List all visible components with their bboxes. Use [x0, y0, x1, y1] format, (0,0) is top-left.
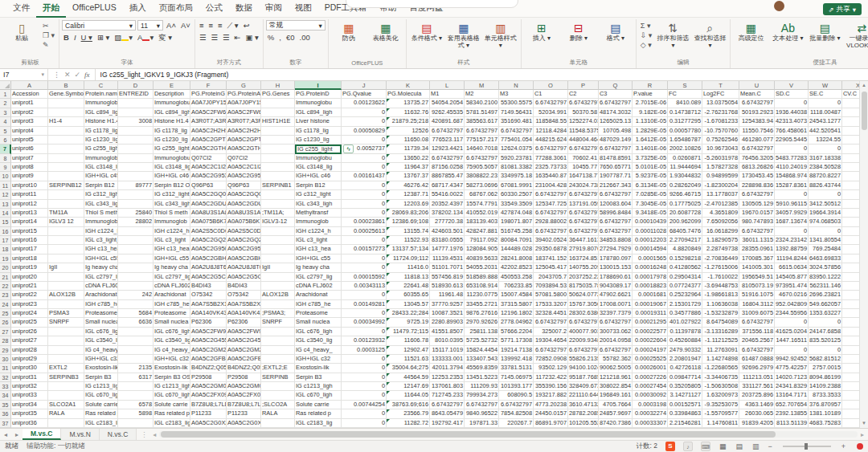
format-painter-button[interactable]: ✎ [41, 41, 56, 50]
ribbon-button[interactable]: ▤条件格式 ▾ [409, 20, 444, 42]
cell[interactable]: 8867855.47 [430, 172, 465, 181]
cell[interactable]: 6.67432797 [599, 227, 633, 236]
cell[interactable] [118, 346, 154, 355]
cell[interactable]: -1.27615006 [702, 263, 739, 272]
cell[interactable]: 68767.062 [465, 190, 499, 199]
search-input[interactable] [346, 0, 518, 8]
cell[interactable]: uniprot11 [11, 190, 48, 199]
cell[interactable]: 2.27094217 [668, 236, 702, 245]
cell[interactable]: 378202.134 [430, 209, 465, 218]
cell[interactable]: 39402.0524 [534, 236, 568, 245]
cell[interactable]: 19214.7138 [499, 346, 534, 355]
cell[interactable]: 6.67432797 [499, 127, 534, 136]
cell[interactable]: 562311.146 [809, 282, 842, 291]
cell[interactable]: uniprot5 [11, 136, 48, 145]
cell[interactable]: IG c255_light [154, 145, 190, 153]
cell[interactable]: 15824.4454 [465, 346, 499, 355]
cell[interactable]: Thiol S meth [154, 209, 190, 218]
cell[interactable]: uniprot13 [11, 209, 48, 218]
cell[interactable]: 5.04 [842, 364, 859, 373]
cell[interactable]: A0A5C2FW68 [227, 108, 261, 117]
cell[interactable]: 1118.00487 [809, 108, 842, 117]
cell[interactable]: 1956549.51 [739, 273, 775, 282]
cell[interactable]: 0 [809, 346, 842, 355]
row-header-1[interactable]: 1 [0, 90, 11, 99]
cell[interactable]: 9.3418E-05 [633, 209, 668, 218]
cell[interactable]: B4DNZ2;Q05;EXTL2;E [227, 364, 261, 373]
cell[interactable]: PG.Qvalue [342, 90, 387, 99]
cell[interactable]: 11964.37 [387, 163, 430, 172]
cell[interactable]: 28782.2085 [568, 409, 599, 418]
row-header-11[interactable]: 11 [0, 181, 11, 190]
cell[interactable]: 58996.8484 [599, 209, 633, 218]
cell[interactable]: 6.67432797 [534, 209, 568, 218]
cell[interactable] [48, 154, 84, 163]
cell[interactable]: 198071.807 [499, 218, 534, 226]
cell[interactable]: Description [154, 90, 190, 99]
cell[interactable]: 653108.914 [465, 282, 499, 291]
cell[interactable]: 0.0260871 [668, 154, 702, 163]
cell[interactable]: IG c312_light [295, 190, 342, 199]
cell[interactable] [48, 227, 84, 236]
column-header-T[interactable]: T [702, 81, 739, 90]
cell[interactable]: 1265025.13 [599, 117, 633, 126]
cell[interactable]: A0A5C2G455 [227, 336, 261, 345]
cell[interactable]: IGL c2183_lig [154, 419, 190, 428]
cell[interactable]: 2344.55956 [775, 309, 809, 318]
cell[interactable]: 61487.0888 [739, 355, 775, 364]
page-layout-view-icon[interactable]: ▤ [735, 442, 743, 450]
cell[interactable]: 7145.06975 [499, 373, 534, 382]
cell[interactable]: 1381.10189 [809, 409, 842, 418]
cell[interactable]: IGH+IGL c556_light_IGKV [84, 255, 118, 263]
cell[interactable]: Serpin B3 OS [154, 373, 190, 382]
zoom-in-icon[interactable]: + [841, 442, 845, 450]
cell[interactable]: 2037252.22 [568, 273, 599, 282]
cell[interactable] [118, 273, 154, 282]
cell[interactable]: 4.8820849 [668, 245, 702, 254]
cell[interactable]: 8.85 [842, 172, 859, 181]
cell[interactable]: Exostosin-lik [84, 364, 118, 373]
cell[interactable]: 0.00015592 [342, 273, 387, 282]
cell[interactable]: 5781.51497 [465, 108, 499, 117]
cell[interactable]: B7Z8U8;L7LD;SLCO2A [227, 401, 261, 409]
cell[interactable]: IGH+IGL c55 [154, 255, 190, 263]
cell[interactable]: Immunoglob [84, 218, 118, 226]
cell[interactable]: 775157.217 [465, 136, 499, 145]
row-header-3[interactable]: 3 [0, 108, 11, 117]
cell[interactable]: 11548.5375 [568, 127, 599, 136]
cell[interactable]: 11724.09;112 [387, 255, 430, 263]
cell[interactable]: Serpin B3 [84, 373, 118, 382]
cell[interactable]: 6.67432797 [568, 227, 599, 236]
cell[interactable]: A0A5C2GQ07 [227, 190, 261, 199]
cell[interactable]: FC [668, 90, 702, 99]
cell[interactable]: 139992.418 [499, 355, 534, 364]
column-header-X[interactable]: X [842, 81, 859, 90]
row-header-8[interactable]: 8 [0, 154, 11, 163]
cell[interactable]: 46276.42 [387, 181, 430, 190]
cell[interactable]: A0A7S5B2X1 [190, 300, 227, 309]
cell[interactable]: 5682.81512 [809, 355, 842, 364]
cell[interactable]: 4.0 [842, 263, 859, 272]
ribbon-button[interactable]: Ab文本处理 ▾ [770, 20, 805, 42]
scroll-left-icon[interactable]: ◂ [150, 431, 158, 438]
cell[interactable]: 5898 [118, 409, 154, 418]
cell[interactable]: -1.11212525 [702, 336, 739, 345]
cell[interactable]: A0A5C2G5C4 [190, 273, 227, 282]
cell[interactable]: 0.15298218 [668, 255, 702, 263]
prev-sheet-icon[interactable]: ◂ [0, 429, 11, 440]
cell[interactable] [118, 382, 154, 391]
cell[interactable]: Small nuclea [84, 318, 118, 327]
cell[interactable]: 487029.149 [599, 136, 633, 145]
cell[interactable]: 12147.69 [387, 382, 430, 391]
cell[interactable]: 0.00149281 [342, 300, 387, 309]
cell[interactable]: Arachidonat [154, 291, 190, 299]
cell[interactable]: 47902.6621 [599, 291, 633, 299]
column-header-O[interactable]: O [534, 81, 568, 90]
cell[interactable]: 93502.129 [534, 364, 568, 373]
cell[interactable]: 0.00014594 [633, 245, 668, 254]
cell[interactable]: 0 [342, 355, 387, 364]
cell[interactable]: 0 [342, 382, 387, 391]
cell[interactable]: 203725.896 [739, 391, 775, 400]
cell[interactable] [48, 355, 84, 364]
cell[interactable]: PSMA3 [48, 309, 84, 318]
